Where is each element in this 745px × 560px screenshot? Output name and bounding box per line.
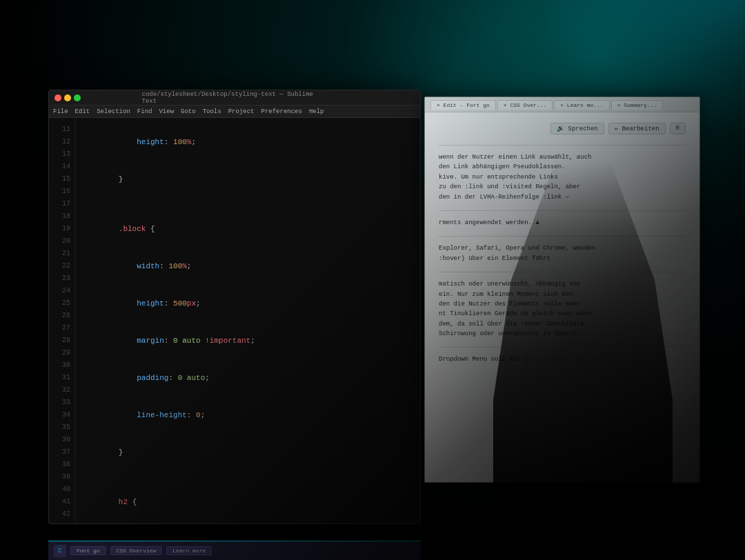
line-num-12: 12 [49,136,74,148]
code-line-16: height: 500px; [82,285,413,322]
titlebar: code/stylesheet/Desktop/styling-text — S… [49,90,420,106]
line-num-21: 21 [49,248,74,260]
menu-preferences[interactable]: Preferences [261,108,301,115]
line-num-30: 30 [49,359,74,372]
browser-text-5: Dropdown Menu soll mit (... [439,354,686,364]
taskbar-item-css[interactable]: CSS Overview [110,546,163,555]
minimize-button[interactable] [64,94,71,101]
line-num-14: 14 [49,161,74,173]
sprechen-button[interactable]: 🔊 Sprechen [550,123,604,134]
line-num-23: 23 [49,272,74,285]
divider-1 [439,145,686,146]
window-controls [54,94,81,101]
code-line-18: padding: 0 auto; [82,359,413,397]
line-num-28: 28 [49,334,74,347]
count-button[interactable]: 0 [670,123,686,134]
line-num-29: 29 [49,347,74,359]
menu-goto[interactable]: Goto [181,108,196,115]
line-num-22: 22 [49,260,74,272]
line-num-31: 31 [49,372,74,384]
code-area: 11 12 13 14 15 16 17 18 19 20 21 22 23 2… [49,118,420,523]
browser-tab-3[interactable]: × Learn mo... [554,100,609,110]
line-num-33: 33 [49,397,74,409]
line-num-42: 42 [49,508,74,521]
browser-content: 🔊 Sprechen ✏ Bearbeiten 0 wenn der Nutze… [425,112,699,482]
line-num-11: 11 [49,123,74,136]
line-num-37: 37 [49,446,74,459]
menu-edit[interactable]: Edit [75,108,90,115]
menu-tools[interactable]: Tools [203,108,221,115]
line-numbers: 11 12 13 14 15 16 17 18 19 20 21 22 23 2… [49,118,75,523]
line-num-25: 25 [49,297,74,310]
browser-tab-1[interactable]: × Edit - Fort go [430,100,496,110]
line-num-34: 34 [49,409,74,421]
browser-toolbar: 🔊 Sprechen ✏ Bearbeiten 0 [439,123,686,134]
taskbar: C Font go CSS Overview Learn more [48,541,421,560]
code-line-13 [82,198,413,210]
browser-text-3: Explorer, Safari, Opera und Chrome, wend… [439,243,686,263]
maximize-button[interactable] [74,94,81,101]
line-num-43: 43 [49,521,74,523]
line-num-35: 35 [49,421,74,434]
taskbar-item-learn[interactable]: Learn more [166,546,212,555]
line-num-20: 20 [49,235,74,248]
menu-view[interactable]: View [159,108,174,115]
code-content[interactable]: height: 100%; } .block { width: 100%; he… [75,118,420,523]
line-num-40: 40 [49,483,74,496]
browser-titlebar: × Edit - Fort go × CSS Over... × Learn m… [425,97,699,112]
line-num-19: 19 [49,223,74,235]
divider-5 [439,347,686,348]
line-num-24: 24 [49,285,74,297]
bearbeiten-button[interactable]: ✏ Bearbeiten [608,123,666,134]
code-line-12: } [82,161,413,198]
code-line-14: .block { [82,210,413,248]
code-line-21 [82,471,413,483]
right-monitor: × Edit - Fort go × CSS Over... × Learn m… [424,97,700,483]
menu-file[interactable]: File [53,108,68,115]
code-line-22: h2 { [82,483,413,521]
divider-3 [439,236,686,237]
code-line-20: } [82,434,413,471]
code-line-11: height: 100%; [82,123,413,161]
line-num-16: 16 [49,186,74,198]
menubar: File Edit Selection Find View Goto Tools… [49,106,420,118]
line-num-41: 41 [49,496,74,508]
line-num-17: 17 [49,198,74,210]
line-num-32: 32 [49,384,74,397]
menu-help[interactable]: Help [309,108,324,115]
line-num-36: 36 [49,434,74,446]
browser-tab-4[interactable]: × Summary... [611,100,664,110]
menu-find[interactable]: Find [137,108,152,115]
line-num-18: 18 [49,210,74,223]
line-num-13: 13 [49,148,74,161]
close-button[interactable] [54,94,61,101]
browser-tabs: × Edit - Fort go × CSS Over... × Learn m… [430,100,663,110]
taskbar-item-fontgo[interactable]: Font go [70,546,106,555]
line-num-38: 38 [49,459,74,471]
code-line-23: font-family: 'Montserrat', sans-serif; [82,521,413,523]
line-num-39: 39 [49,471,74,483]
line-num-15: 15 [49,173,74,186]
left-monitor: code/stylesheet/Desktop/styling-text — S… [48,90,421,524]
menu-project[interactable]: Project [228,108,255,115]
menu-selection[interactable]: Selection [97,108,130,115]
code-line-17: margin: 0 auto !important; [82,322,413,359]
browser-tab-2[interactable]: × CSS Over... [497,100,553,110]
window-title: code/stylesheet/Desktop/styling-text — S… [142,91,328,105]
line-num-26: 26 [49,310,74,322]
divider-4 [439,272,686,272]
browser-text-2: rments angewendet werden. ▲ [439,218,686,228]
code-line-15: width: 100%; [82,248,413,285]
browser-text-1: wenn der Nutzer einen Link auswählt, auc… [439,152,686,202]
divider-2 [439,210,686,211]
browser-text-4: matisch oder unerwünscht, Abhängig von e… [439,279,686,339]
line-num-27: 27 [49,322,74,334]
code-line-19: line-height: 0; [82,397,413,434]
taskbar-icon-css[interactable]: C [54,545,66,557]
